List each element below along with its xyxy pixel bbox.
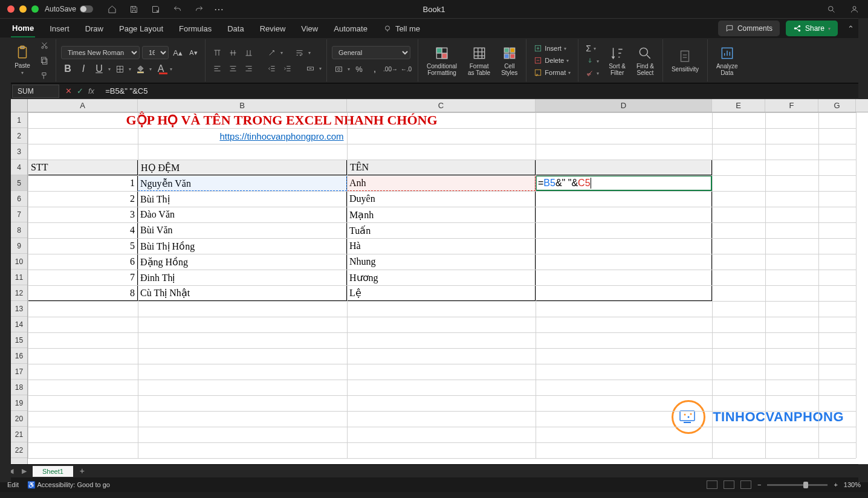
col-header-e[interactable]: E: [712, 99, 765, 112]
cell-stt[interactable]: 7: [28, 270, 138, 285]
enter-formula-icon[interactable]: ✓: [77, 86, 83, 95]
cell-hodem[interactable]: Đinh Thị: [138, 270, 347, 285]
font-size-select[interactable]: 16: [142, 46, 169, 59]
sheet-tab[interactable]: Sheet1: [33, 466, 73, 477]
cell-result[interactable]: [536, 207, 712, 222]
cell-stt[interactable]: 3: [28, 207, 138, 222]
zoom-out-icon[interactable]: −: [757, 481, 761, 488]
comma-icon[interactable]: ,: [368, 63, 381, 75]
row-header-2[interactable]: 2: [11, 128, 27, 144]
italic-icon[interactable]: I: [77, 63, 90, 75]
tab-automate[interactable]: Automate: [332, 21, 369, 37]
row-header-12[interactable]: 12: [11, 285, 27, 301]
header-hodem[interactable]: HỌ ĐỆM: [138, 160, 347, 175]
add-sheet-icon[interactable]: +: [77, 466, 88, 477]
copy-icon[interactable]: [37, 54, 51, 66]
cell-result[interactable]: [536, 238, 712, 254]
col-header-f[interactable]: F: [765, 99, 818, 112]
select-all-corner[interactable]: [11, 99, 28, 112]
account-icon[interactable]: [847, 3, 861, 15]
bold-icon[interactable]: B: [61, 63, 74, 75]
percent-icon[interactable]: %: [352, 63, 366, 75]
cell-stt[interactable]: 8: [28, 285, 138, 301]
tab-view[interactable]: View: [300, 21, 319, 37]
col-header-b[interactable]: B: [138, 99, 347, 112]
cancel-formula-icon[interactable]: ✕: [65, 86, 72, 95]
accessibility-status[interactable]: ♿ Accessibility: Good to go: [27, 481, 110, 489]
delete-cells-button[interactable]: Delete ▾: [531, 56, 573, 65]
row-header-9[interactable]: 9: [11, 238, 27, 254]
tab-page-layout[interactable]: Page Layout: [118, 21, 164, 37]
cell-hodem[interactable]: Bùi Thị Hồng: [138, 238, 347, 254]
cut-icon[interactable]: [37, 39, 51, 51]
header-stt[interactable]: STT: [28, 160, 138, 175]
tab-review[interactable]: Review: [259, 21, 287, 37]
row-header-18[interactable]: 18: [11, 380, 27, 395]
comments-button[interactable]: Comments: [718, 21, 780, 36]
page-break-view-icon[interactable]: [740, 480, 751, 489]
cell-ten[interactable]: Tuấn: [347, 222, 536, 238]
cell-stt[interactable]: 6: [28, 254, 138, 270]
row-header-3[interactable]: 3: [11, 144, 27, 160]
normal-view-icon[interactable]: [707, 480, 717, 489]
cell-stt[interactable]: 1: [28, 175, 138, 191]
row-header-22[interactable]: 22: [11, 442, 27, 458]
cell-result[interactable]: [536, 254, 712, 270]
fill-color-icon[interactable]: [134, 63, 147, 75]
format-cells-button[interactable]: Format ▾: [531, 68, 573, 77]
row-header-16[interactable]: 16: [11, 348, 27, 364]
share-button[interactable]: Share ▾: [786, 21, 838, 36]
decrease-decimal-icon[interactable]: ←.0: [400, 63, 413, 75]
cell-hodem[interactable]: Bùi Thị: [138, 191, 347, 207]
col-header-d[interactable]: D: [536, 99, 712, 112]
row-header-14[interactable]: 14: [11, 317, 27, 332]
tab-draw[interactable]: Draw: [84, 21, 105, 37]
tab-formulas[interactable]: Formulas: [178, 21, 213, 37]
autosum-button[interactable]: Σ ▾: [583, 43, 601, 54]
cell-ten[interactable]: Mạnh: [347, 207, 536, 222]
cell-hodem[interactable]: Nguyễn Văn: [138, 175, 347, 191]
tab-insert[interactable]: Insert: [48, 21, 71, 37]
row-header-20[interactable]: 20: [11, 411, 27, 427]
cell-result[interactable]: [536, 270, 712, 285]
cell-stt[interactable]: 2: [28, 191, 138, 207]
page-layout-view-icon[interactable]: [724, 480, 734, 489]
sensitivity-button[interactable]: Sensitivity: [668, 47, 702, 74]
cell-ten[interactable]: Lệ: [347, 285, 536, 301]
zoom-in-icon[interactable]: +: [834, 481, 837, 488]
row-header-4[interactable]: 4: [11, 160, 27, 175]
cell-ten[interactable]: Nhung: [347, 254, 536, 270]
tell-me[interactable]: Tell me: [382, 21, 421, 37]
name-box[interactable]: [12, 85, 59, 98]
increase-indent-icon[interactable]: [280, 62, 294, 74]
font-family-select[interactable]: Times New Roman: [61, 46, 140, 59]
more-icon[interactable]: ⋯: [214, 4, 224, 15]
row-header-6[interactable]: 6: [11, 191, 27, 207]
link-cell[interactable]: https://tinhocvanphongpro.com: [28, 128, 536, 144]
decrease-font-icon[interactable]: A▾: [187, 47, 200, 59]
row-header-19[interactable]: 19: [11, 395, 27, 411]
row-header-13[interactable]: 13: [11, 301, 27, 317]
cell-result[interactable]: [536, 191, 712, 207]
align-center-icon[interactable]: [226, 62, 239, 74]
increase-decimal-icon[interactable]: .00→: [384, 63, 397, 75]
switch-icon[interactable]: [80, 5, 93, 13]
find-select-button[interactable]: Find & Select: [633, 44, 658, 77]
row-header-17[interactable]: 17: [11, 364, 27, 380]
cell-result[interactable]: [536, 222, 712, 238]
collapse-ribbon-icon[interactable]: ⌃: [844, 22, 857, 34]
fx-icon[interactable]: fx: [88, 86, 94, 95]
row-header-15[interactable]: 15: [11, 332, 27, 348]
cell-hodem[interactable]: Đặng Hồng: [138, 254, 347, 270]
row-header-21[interactable]: 21: [11, 427, 27, 442]
close-window-icon[interactable]: [7, 5, 15, 13]
home-icon[interactable]: [105, 3, 118, 15]
cell-ten[interactable]: Duyên: [347, 191, 536, 207]
row-header-10[interactable]: 10: [11, 254, 27, 270]
paste-button[interactable]: Paste▾: [11, 44, 34, 77]
tab-data[interactable]: Data: [226, 21, 245, 37]
cell-stt[interactable]: 5: [28, 238, 138, 254]
clear-button[interactable]: ▾: [583, 68, 601, 78]
orientation-icon[interactable]: [265, 47, 278, 59]
save-icon[interactable]: [127, 3, 140, 15]
